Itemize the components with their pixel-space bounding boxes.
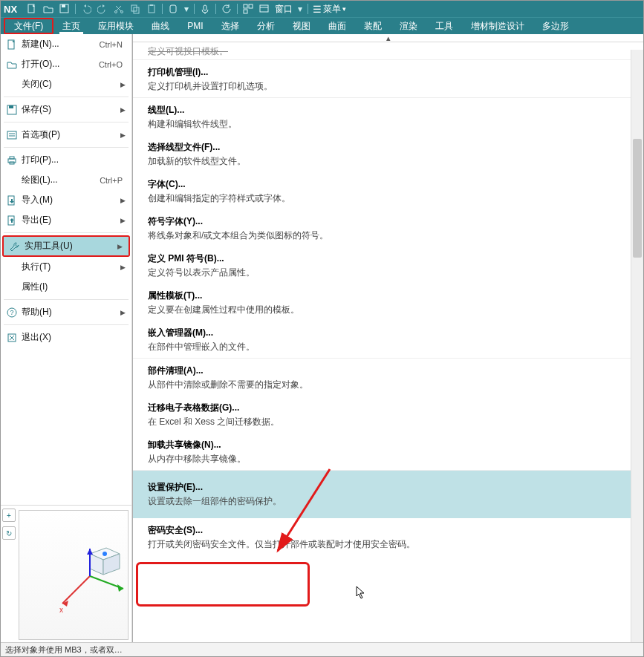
submenu-item-embed-mgr[interactable]: 嵌入管理器(M)... 在部件中管理嵌入的文件。 xyxy=(133,321,643,358)
tab-app-module[interactable]: 应用模块 xyxy=(89,18,143,34)
tab-tools[interactable]: 工具 xyxy=(426,18,462,34)
submenu-item-pmi-symbols[interactable]: 定义 PMI 符号(B)... 定义符号以表示产品属性。 xyxy=(133,246,643,284)
submenu-arrow-icon: ▶ xyxy=(120,309,126,316)
cut-icon[interactable] xyxy=(113,3,125,15)
submenu-item-pw-safe[interactable]: 密码安全(S)... 打开或关闭密码安全文件。仅当打开部件或装配时才使用安全密码… xyxy=(133,518,643,555)
copy-icon[interactable] xyxy=(129,3,141,15)
collapse-handle[interactable]: ▴ xyxy=(133,34,643,42)
submenu-item-attr-template[interactable]: 属性模板(T)... 定义要在创建属性过程中使用的模板。 xyxy=(133,284,643,321)
submenu-item-fonts[interactable]: 字体(C)... 创建和编辑指定的字符样式或字体。 xyxy=(133,172,643,209)
redo-icon[interactable] xyxy=(97,3,108,15)
file-print-label: 打印(P)... xyxy=(22,154,126,166)
file-new[interactable]: 新建(N)... Ctrl+N xyxy=(1,34,131,54)
file-plot[interactable]: 绘图(L)... Ctrl+P xyxy=(1,170,131,190)
submenu-title: 符号字体(Y)... xyxy=(148,215,633,228)
preview-add-icon[interactable]: + xyxy=(2,509,16,522)
scrollbar-thumb[interactable] xyxy=(633,139,642,258)
window-dropdown[interactable]: 窗口 xyxy=(275,3,293,16)
tab-view[interactable]: 视图 xyxy=(284,18,319,34)
refresh-icon[interactable] xyxy=(221,3,232,15)
submenu-title: 定义 PMI 符号(B)... xyxy=(148,252,633,265)
paste-icon[interactable] xyxy=(146,3,157,15)
file-properties-label: 属性(I) xyxy=(22,281,126,293)
file-close[interactable]: 关闭(C) ▶ xyxy=(1,74,131,94)
file-execute[interactable]: 执行(T) ▶ xyxy=(1,257,131,277)
file-help[interactable]: ? 帮助(H) ▶ xyxy=(1,302,131,322)
tab-home[interactable]: 主页 xyxy=(53,18,89,34)
undo-icon[interactable] xyxy=(80,3,92,15)
submenu-item-migrate-xls[interactable]: 迁移电子表格数据(G)... 在 Excel 和 Xess 之间迁移数据。 xyxy=(133,396,643,433)
window-icon[interactable] xyxy=(258,3,270,15)
svg-rect-13 xyxy=(244,10,247,13)
file-export[interactable]: 导出(E) ▶ xyxy=(1,210,131,230)
open-icon[interactable] xyxy=(42,3,54,15)
chevron-down-icon[interactable]: ▾ xyxy=(297,3,303,15)
tab-select[interactable]: 选择 xyxy=(212,18,248,34)
file-exit[interactable]: 退出(X) xyxy=(1,327,131,347)
submenu-arrow-icon: ▶ xyxy=(120,217,126,224)
tab-polygon[interactable]: 多边形 xyxy=(533,18,578,34)
menu-separator xyxy=(4,299,129,300)
submenu-item-select-linetype[interactable]: 选择线型文件(F)... 加载新的软件线型文件。 xyxy=(133,135,643,172)
tab-curve[interactable]: 曲线 xyxy=(143,18,178,34)
menu-label-text: 菜单 xyxy=(323,3,341,16)
chevron-down-icon[interactable]: ▾ xyxy=(183,3,189,15)
menu-separator xyxy=(4,147,129,148)
svg-rect-19 xyxy=(7,131,16,139)
submenu-item-symbol-fonts[interactable]: 符号字体(Y)... 将线条对象和/或文本组合为类似图标的符号。 xyxy=(133,209,643,246)
new-icon[interactable] xyxy=(26,3,38,15)
tab-analysis[interactable]: 分析 xyxy=(248,18,284,34)
submenu-item-unload-mirror[interactable]: 卸载共享镜像(N)... 从内存中移除共享镜像。 xyxy=(133,433,643,470)
submenu-item-linetype[interactable]: 线型(L)... 构建和编辑软件线型。 xyxy=(133,98,643,135)
separator xyxy=(75,4,76,14)
vertical-scrollbar[interactable] xyxy=(631,50,643,644)
file-preferences[interactable]: 首选项(P) ▶ xyxy=(1,125,131,145)
file-utilities[interactable]: 实用工具(U) ▶ xyxy=(4,237,129,255)
tile-icon[interactable] xyxy=(242,3,254,15)
file-import[interactable]: 导入(M) ▶ xyxy=(1,190,131,210)
submenu-desc: 定义符号以表示产品属性。 xyxy=(148,267,633,279)
separator xyxy=(162,4,163,14)
svg-rect-10 xyxy=(204,5,206,10)
file-print[interactable]: 打印(P)... xyxy=(1,150,131,170)
submenu-arrow-icon: ▶ xyxy=(120,81,126,88)
ribbon-tabs: 文件(F) 主页 应用模块 曲线 PMI 选择 分析 视图 曲面 装配 渲染 工… xyxy=(1,17,643,34)
mic-icon[interactable] xyxy=(199,3,211,15)
preview-panel: + ↻ x xyxy=(1,505,131,643)
app-logo: NX xyxy=(4,4,17,15)
submenu-item-part-cleanup[interactable]: 部件清理(A)... 从部件中清除或删除不需要的指定对象。 xyxy=(133,359,643,396)
touch-icon[interactable] xyxy=(167,3,179,15)
save-icon[interactable] xyxy=(59,3,71,15)
submenu-title: 字体(C)... xyxy=(148,178,633,191)
checklist-icon xyxy=(5,130,19,140)
axis-x-label: x xyxy=(59,606,63,614)
submenu-item-viewport-template[interactable]: 定义可视投口模板。 xyxy=(133,42,643,59)
file-save[interactable]: 保存(S) ▶ xyxy=(1,99,131,120)
tab-surface[interactable]: 曲面 xyxy=(319,18,355,34)
submenu-truncated-desc: 定义可视投口模板。 xyxy=(148,45,633,58)
save-disk-icon xyxy=(5,105,19,115)
preview-viewport[interactable]: x xyxy=(19,510,129,640)
submenu-arrow-icon: ▶ xyxy=(120,264,126,271)
tab-file[interactable]: 文件(F) xyxy=(4,18,53,34)
svg-rect-2 xyxy=(62,4,65,7)
submenu-title: 属性模板(T)... xyxy=(148,290,633,302)
file-open-label: 打开(O)... xyxy=(22,58,96,71)
file-open[interactable]: 打开(O)... Ctrl+O xyxy=(1,54,131,74)
preview-refresh-icon[interactable]: ↻ xyxy=(2,526,16,540)
separator xyxy=(237,4,238,14)
tab-additive[interactable]: 增材制造设计 xyxy=(462,18,533,34)
tab-pmi[interactable]: PMI xyxy=(178,18,212,34)
menu-separator xyxy=(4,324,129,325)
svg-rect-11 xyxy=(244,4,247,8)
menu-dropdown[interactable]: ☰ 菜单 ▾ xyxy=(313,3,346,16)
file-close-label: 关闭(C) xyxy=(22,78,117,91)
csys-triad-icon: x xyxy=(49,535,138,617)
file-properties[interactable]: 属性(I) xyxy=(1,277,131,297)
submenu-title: 卸载共享镜像(N)... xyxy=(148,439,633,451)
tab-render[interactable]: 渲染 xyxy=(391,18,426,34)
submenu-item-set-protect[interactable]: 设置保护(E)... 设置或去除一组部件的密码保护。 xyxy=(133,471,643,518)
submenu-desc: 定义要在创建属性过程中使用的模板。 xyxy=(148,304,633,316)
tab-assembly[interactable]: 装配 xyxy=(355,18,391,34)
submenu-item-printer-mgmt[interactable]: 打印机管理(I)... 定义打印机并设置打印机选项。 xyxy=(133,60,643,97)
